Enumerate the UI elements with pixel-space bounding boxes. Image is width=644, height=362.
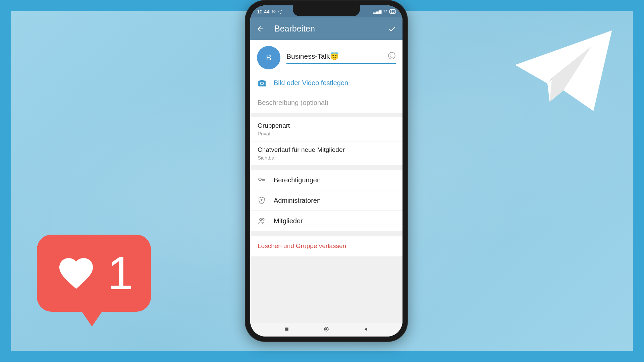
svg-point-2 bbox=[392, 55, 393, 56]
app-header: Bearbeiten bbox=[250, 17, 402, 40]
phone-frame: 10:44 ⊘ ◌ ▂▄▆ 16 Bearbeiten bbox=[245, 0, 408, 342]
description-input[interactable]: Beschreibung (optional) bbox=[250, 93, 402, 113]
like-bubble: 1 bbox=[37, 235, 151, 312]
name-input-wrap bbox=[286, 52, 396, 64]
avatar-letter: B bbox=[266, 53, 271, 62]
members-row[interactable]: Mitglieder bbox=[250, 211, 402, 231]
chat-history-value: Sichtbar bbox=[258, 155, 395, 161]
emoji-picker-icon[interactable] bbox=[388, 52, 396, 61]
members-label: Mitglieder bbox=[274, 217, 303, 225]
wifi-icon bbox=[383, 9, 388, 14]
set-media-label: Bild oder Video festlegen bbox=[274, 79, 348, 87]
camera-icon: + bbox=[258, 79, 266, 87]
permissions-row[interactable]: Berechtigungen bbox=[250, 170, 402, 190]
status-time: 10:44 bbox=[257, 9, 270, 14]
confirm-icon[interactable] bbox=[388, 24, 396, 33]
like-count: 1 bbox=[107, 250, 133, 297]
svg-text:+: + bbox=[265, 83, 266, 87]
alarm-off-icon: ⊘ bbox=[272, 8, 276, 14]
admins-label: Administratoren bbox=[274, 197, 321, 204]
set-media-button[interactable]: + Bild oder Video festlegen bbox=[250, 73, 402, 93]
group-type-row[interactable]: Gruppenart Privat bbox=[250, 117, 402, 141]
heart-icon bbox=[54, 253, 98, 293]
key-icon bbox=[258, 176, 266, 184]
svg-point-0 bbox=[388, 52, 395, 59]
delete-leave-label: Löschen und Gruppe verlassen bbox=[258, 242, 346, 249]
back-nav-icon[interactable] bbox=[363, 326, 369, 333]
android-nav-bar bbox=[250, 323, 402, 337]
recent-apps-icon[interactable] bbox=[284, 326, 289, 333]
svg-rect-4 bbox=[285, 327, 288, 330]
group-type-label: Gruppenart bbox=[258, 122, 395, 129]
permissions-label: Berechtigungen bbox=[274, 176, 321, 184]
phone-notch bbox=[293, 5, 360, 16]
description-placeholder: Beschreibung (optional) bbox=[258, 99, 328, 106]
members-icon bbox=[258, 217, 266, 225]
battery-icon: 16 bbox=[389, 9, 396, 14]
chat-history-label: Chatverlauf für neue Mitglieder bbox=[258, 146, 395, 154]
group-type-value: Privat bbox=[258, 131, 395, 136]
shield-icon bbox=[258, 196, 266, 204]
telegram-logo-icon bbox=[508, 23, 619, 121]
group-avatar[interactable]: B bbox=[257, 46, 280, 69]
screen-content: B + Bild oder Video festlegen bbox=[250, 40, 402, 323]
home-icon[interactable] bbox=[323, 326, 329, 334]
svg-point-6 bbox=[325, 328, 327, 330]
whatsapp-icon: ◌ bbox=[278, 8, 282, 14]
signal-icon: ▂▄▆ bbox=[373, 9, 381, 14]
danger-card: Löschen und Gruppe verlassen bbox=[250, 236, 402, 256]
back-icon[interactable] bbox=[256, 25, 264, 33]
group-settings-card: Gruppenart Privat Chatverlauf für neue M… bbox=[250, 117, 402, 165]
phone-screen: 10:44 ⊘ ◌ ▂▄▆ 16 Bearbeiten bbox=[250, 5, 402, 337]
group-actions-card: Berechtigungen Administratoren Mitgliede… bbox=[250, 170, 402, 231]
admins-row[interactable]: Administratoren bbox=[250, 190, 402, 211]
svg-point-1 bbox=[390, 55, 391, 56]
header-title: Bearbeiten bbox=[274, 24, 388, 34]
group-info-card: B + Bild oder Video festlegen bbox=[250, 40, 402, 113]
chat-history-row[interactable]: Chatverlauf für neue Mitglieder Sichtbar bbox=[250, 141, 402, 165]
group-name-row: B bbox=[250, 40, 402, 73]
group-name-input[interactable] bbox=[286, 52, 388, 60]
delete-leave-button[interactable]: Löschen und Gruppe verlassen bbox=[250, 236, 402, 256]
